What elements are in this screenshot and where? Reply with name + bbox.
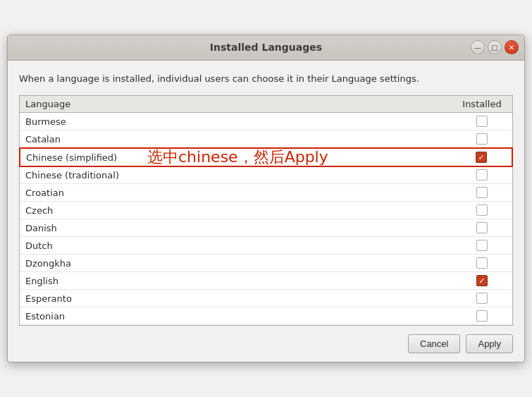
- row-esperanto[interactable]: Esperanto: [20, 290, 512, 307]
- installed-checkbox[interactable]: [457, 257, 507, 269]
- row-chinese-simplified[interactable]: Chinese (simplified) 选中chinese，然后Apply ✓: [19, 147, 513, 167]
- close-button[interactable]: ✕: [505, 40, 519, 54]
- checkbox-unchecked-icon: [476, 169, 488, 181]
- installed-checkbox[interactable]: [457, 204, 507, 216]
- checkbox-unchecked-icon: [476, 257, 488, 269]
- language-label: English: [25, 276, 457, 286]
- row-dutch[interactable]: Dutch: [20, 237, 512, 255]
- language-label: Burmese: [25, 116, 457, 127]
- row-danish[interactable]: Danish: [20, 219, 512, 237]
- checkbox-unchecked-icon: [476, 116, 488, 127]
- row-burmese[interactable]: Burmese: [20, 113, 512, 130]
- row-english[interactable]: English ✓: [20, 272, 512, 290]
- installed-checkbox[interactable]: [457, 116, 507, 127]
- language-label: Dzongkha: [25, 258, 457, 269]
- installed-checkbox[interactable]: [457, 187, 507, 198]
- installed-checkbox[interactable]: ✓: [457, 152, 506, 163]
- language-label: Catalan: [25, 134, 457, 145]
- installed-checkbox[interactable]: [457, 310, 507, 322]
- window-controls: — □ ✕: [471, 40, 519, 54]
- row-croatian[interactable]: Croatian: [20, 184, 512, 202]
- row-dzongkha[interactable]: Dzongkha: [20, 255, 512, 272]
- cancel-button[interactable]: Cancel: [408, 334, 460, 353]
- language-label: Esperanto: [25, 293, 457, 304]
- table-header: Language Installed: [20, 96, 512, 113]
- checkbox-unchecked-icon: [476, 187, 488, 198]
- language-column-header: Language: [25, 99, 457, 109]
- checkbox-unchecked-icon: [476, 293, 488, 304]
- language-label: Dutch: [25, 240, 457, 251]
- installed-languages-window: Installed Languages — □ ✕ When a languag…: [7, 35, 525, 363]
- language-label: Estonian: [25, 311, 457, 322]
- installed-checkbox[interactable]: [457, 169, 507, 181]
- row-czech[interactable]: Czech: [20, 202, 512, 219]
- row-catalan[interactable]: Catalan: [20, 130, 512, 148]
- minimize-icon: —: [474, 44, 481, 51]
- titlebar: Installed Languages — □ ✕: [8, 35, 524, 61]
- description-text: When a language is installed, individual…: [19, 72, 513, 86]
- maximize-icon: □: [491, 44, 497, 51]
- window-content: When a language is installed, individual…: [8, 61, 524, 326]
- close-icon: ✕: [509, 44, 514, 51]
- installed-checkbox[interactable]: [457, 133, 507, 145]
- installed-checkbox[interactable]: ✓: [457, 275, 507, 286]
- installed-checkbox[interactable]: [457, 293, 507, 304]
- languages-table: Language Installed Burmese Catalan Chine…: [19, 95, 513, 326]
- checkbox-unchecked-icon: [476, 204, 488, 216]
- checkbox-checked-icon: ✓: [476, 152, 487, 163]
- language-label: Chinese (simplified): [26, 152, 457, 163]
- button-bar: Cancel Apply: [8, 326, 524, 362]
- installed-checkbox[interactable]: [457, 222, 507, 233]
- row-estonian[interactable]: Estonian: [20, 307, 512, 325]
- checkbox-unchecked-icon: [476, 222, 488, 233]
- installed-column-header: Installed: [457, 99, 507, 109]
- window-title: Installed Languages: [210, 42, 322, 53]
- checkbox-checked-icon: ✓: [476, 275, 488, 286]
- checkbox-unchecked-icon: [476, 310, 488, 322]
- language-label: Czech: [25, 205, 457, 216]
- row-chinese-traditional[interactable]: Chinese (traditional): [20, 166, 512, 184]
- installed-checkbox[interactable]: [457, 240, 507, 251]
- minimize-button[interactable]: —: [471, 40, 485, 54]
- checkbox-unchecked-icon: [476, 133, 488, 145]
- apply-button[interactable]: Apply: [466, 334, 513, 353]
- language-label: Chinese (traditional): [25, 170, 457, 181]
- maximize-button[interactable]: □: [488, 40, 502, 54]
- language-label: Danish: [25, 223, 457, 233]
- checkbox-unchecked-icon: [476, 240, 488, 251]
- language-label: Croatian: [25, 188, 457, 198]
